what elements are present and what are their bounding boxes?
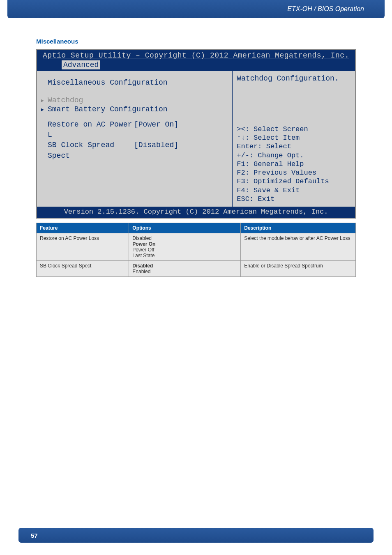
bios-key-line: ESC: Exit [237,195,351,203]
option-line: Power Off [132,247,237,253]
bios-option-label: SB Clock Spread Spect [48,140,134,161]
bios-submenu-label: Watchdog [48,96,83,104]
bios-option-sb-clock[interactable]: SB Clock Spread Spect [Disabled] [48,140,228,161]
table-header-row: Feature Options Description [37,223,356,233]
header-bar: ETX-OH / BIOS Operation [7,0,385,18]
bios-tab-advanced[interactable]: Advanced [62,60,100,69]
cell-options: DisabledPower OnPower OffLast State [129,233,241,261]
page-footer-bar: 57 [18,528,374,543]
bios-key-line: F3: Optimized Defaults [237,177,351,186]
option-line: Enabled [132,269,237,274]
bios-tab-row: Advanced [37,60,355,71]
th-feature: Feature [37,223,129,233]
breadcrumb: ETX-OH / BIOS Operation [287,5,364,13]
bios-key-line: F1: General Help [237,160,351,168]
feature-table: Feature Options Description Restore on A… [36,223,356,277]
bios-option-restore-ac[interactable]: Restore on AC Power L [Power On] [48,120,228,140]
bios-option-value: [Power On] [134,120,178,140]
th-options: Options [129,223,241,233]
cell-description: Enable or Disable Spread Spectrum [241,261,356,277]
bios-key-line: +/-: Change Opt. [237,151,351,160]
bios-left-pane: Miscellaneous Configuration ▸ Watchdog ▸… [37,71,233,207]
bios-submenu-watchdog[interactable]: ▸ Watchdog [40,96,228,105]
page-number: 57 [31,532,38,539]
bios-left-heading: Miscellaneous Configuration [48,78,228,87]
bios-option-value: [Disabled] [134,140,178,161]
bios-title-bar: Aptio Setup Utility – Copyright (C) 2012… [37,50,355,60]
bios-key-line: ><: Select Screen [237,125,351,134]
submenu-arrow-icon: ▸ [40,96,48,105]
th-description: Description [241,223,356,233]
bios-key-line: F4: Save & Exit [237,186,351,195]
bios-key-line: F2: Previous Values [237,168,351,177]
bios-option-label: Restore on AC Power L [48,120,134,140]
submenu-arrow-icon: ▸ [40,105,48,114]
cell-feature: SB Clock Spread Spect [37,261,129,277]
option-line: Disabled [132,235,237,241]
option-line: Last State [132,253,237,258]
table-row: Restore on AC Power LossDisabledPower On… [37,233,356,261]
cell-options: DisabledEnabled [129,261,241,277]
bios-help-text: Watchdog Configuration. [237,74,351,83]
bios-key-help: ><: Select Screen ↑↓: Select Item Enter:… [237,125,351,203]
bios-main: Miscellaneous Configuration ▸ Watchdog ▸… [37,71,355,207]
bios-right-pane: Watchdog Configuration. ><: Select Scree… [233,71,355,207]
cell-description: Select the module behavior after AC Powe… [241,233,356,261]
bios-screenshot: Aptio Setup Utility – Copyright (C) 2012… [36,49,356,219]
option-line: Power On [132,241,237,247]
bios-submenu-label: Smart Battery Configuration [48,105,168,113]
cell-feature: Restore on AC Power Loss [37,233,129,261]
bios-title: Aptio Setup Utility – Copyright (C) 2012… [43,51,349,60]
table-row: SB Clock Spread SpectDisabledEnabledEnab… [37,261,356,277]
bios-footer: Version 2.15.1236. Copyright (C) 2012 Am… [37,207,355,218]
section-title: Miscellaneous [36,38,392,45]
option-line: Disabled [132,263,237,269]
bios-key-line: ↑↓: Select Item [237,134,351,142]
bios-submenu-smart-battery[interactable]: ▸ Smart Battery Configuration [40,105,228,114]
bios-key-line: Enter: Select [237,142,351,151]
